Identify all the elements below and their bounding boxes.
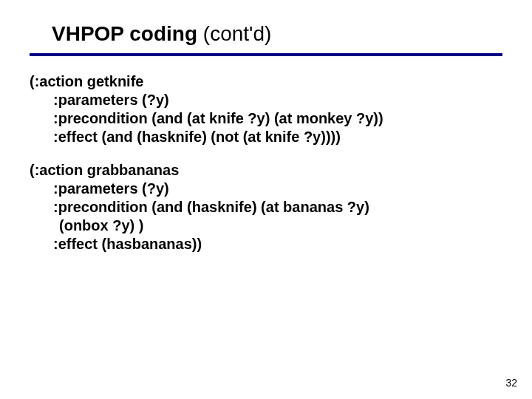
code-line: (:action grabbananas bbox=[30, 161, 502, 180]
body-area: (:action getknife :parameters (?y) :prec… bbox=[0, 56, 532, 253]
code-line: :effect (hasbananas)) bbox=[30, 235, 502, 253]
title-rest: (cont'd) bbox=[197, 22, 271, 45]
code-line: :precondition (and (hasknife) (at banana… bbox=[30, 198, 502, 216]
code-line: :effect (and (hasknife) (not (at knife ?… bbox=[30, 128, 502, 146]
code-line: :precondition (and (at knife ?y) (at mon… bbox=[30, 109, 502, 128]
action-block-getknife: (:action getknife :parameters (?y) :prec… bbox=[30, 72, 502, 146]
code-line: (:action getknife bbox=[30, 72, 502, 91]
action-block-grabbananas: (:action grabbananas :parameters (?y) :p… bbox=[30, 161, 502, 253]
slide: VHPOP coding (cont'd) (:action getknife … bbox=[0, 0, 532, 399]
code-line: (onbox ?y) ) bbox=[30, 216, 502, 235]
title-bold: VHPOP coding bbox=[52, 22, 197, 45]
page-number: 32 bbox=[505, 377, 517, 389]
code-line: :parameters (?y) bbox=[30, 180, 502, 198]
title-area: VHPOP coding (cont'd) bbox=[0, 0, 532, 46]
code-line: :parameters (?y) bbox=[30, 91, 502, 109]
slide-title: VHPOP coding (cont'd) bbox=[52, 22, 532, 46]
